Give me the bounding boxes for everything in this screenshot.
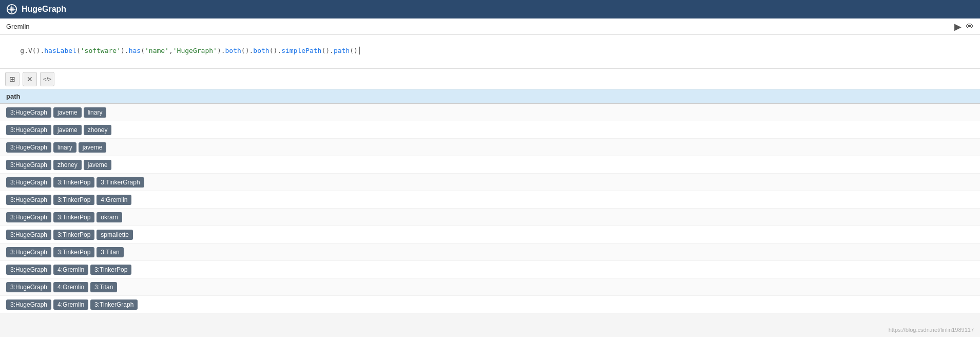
- table-row: 3:HugeGraphzhoneyjaveme: [0, 156, 980, 174]
- list-item: javeme: [84, 160, 112, 170]
- list-item: 3:HugeGraph: [6, 282, 51, 292]
- list-item: 3:TinkerPop: [53, 230, 94, 240]
- app-header: HugeGraph: [0, 0, 980, 18]
- gremlin-bar: Gremlin ▶ 👁: [0, 18, 980, 35]
- list-item: 3:HugeGraph: [6, 299, 51, 310]
- toolbar: ⊞ ✕ </>: [0, 69, 980, 89]
- list-item: 3:HugeGraph: [6, 247, 51, 257]
- list-item: 4:Gremlin: [53, 299, 88, 310]
- list-item: 3:HugeGraph: [6, 265, 51, 275]
- results-panel: path 3:HugeGraphjavemelinary3:HugeGraphj…: [0, 89, 980, 313]
- query-area: g.V().hasLabel('software').has('name','H…: [0, 35, 980, 69]
- table-row: 3:HugeGraph3:TinkerPop3:Titan: [0, 244, 980, 261]
- list-item: 3:TinkerPop: [53, 247, 94, 257]
- table-row: 3:HugeGraph4:Gremlin3:TinkerPop: [0, 261, 980, 278]
- list-item: zhoney: [53, 160, 82, 170]
- result-header: path: [0, 89, 980, 104]
- list-item: linary: [53, 142, 76, 153]
- table-row: 3:HugeGraphlinaryjaveme: [0, 139, 980, 156]
- query-input-display[interactable]: g.V().hasLabel('software').has('name','H…: [4, 37, 976, 64]
- list-item: 3:TinkerPop: [53, 177, 94, 188]
- table-row: 3:HugeGraph3:TinkerPopokram: [0, 209, 980, 226]
- gremlin-label: Gremlin: [6, 23, 30, 30]
- table-row: 3:HugeGraph3:TinkerPop4:Gremlin: [0, 191, 980, 209]
- table-row: 3:HugeGraphjavemelinary: [0, 104, 980, 121]
- table-row: 3:HugeGraph3:TinkerPop3:TinkerGraph: [0, 174, 980, 191]
- list-item: 3:TinkerGraph: [97, 177, 144, 188]
- list-item: javeme: [53, 125, 82, 135]
- table-row: 3:HugeGraphjavemezhoney: [0, 121, 980, 139]
- table-view-button[interactable]: ⊞: [5, 72, 20, 86]
- list-item: 3:TinkerGraph: [90, 299, 138, 310]
- list-item: 3:TinkerPop: [53, 195, 94, 205]
- list-item: 3:HugeGraph: [6, 142, 51, 153]
- list-item: 3:Titan: [97, 247, 123, 257]
- table-row: 3:HugeGraph4:Gremlin3:TinkerGraph: [0, 296, 980, 313]
- list-item: 3:TinkerPop: [90, 265, 131, 275]
- list-item: 4:Gremlin: [53, 265, 88, 275]
- list-item: spmallette: [97, 230, 133, 240]
- list-item: javeme: [79, 142, 107, 153]
- bar-actions: ▶ 👁: [954, 21, 974, 32]
- list-item: 4:Gremlin: [97, 195, 131, 205]
- list-item: zhoney: [84, 125, 112, 135]
- list-item: 3:HugeGraph: [6, 107, 51, 118]
- eye-button[interactable]: 👁: [966, 22, 974, 31]
- list-item: 3:HugeGraph: [6, 212, 51, 222]
- list-item: 4:Gremlin: [53, 282, 88, 292]
- list-item: 3:HugeGraph: [6, 125, 51, 135]
- hugegraph-logo-icon: [6, 4, 17, 15]
- list-item: 3:HugeGraph: [6, 230, 51, 240]
- code-view-button[interactable]: </>: [40, 72, 54, 86]
- list-item: 3:HugeGraph: [6, 177, 51, 188]
- list-item: 3:HugeGraph: [6, 195, 51, 205]
- graph-view-button[interactable]: ✕: [23, 72, 37, 86]
- table-row: 3:HugeGraph4:Gremlin3:Titan: [0, 278, 980, 296]
- list-item: 3:Titan: [90, 282, 117, 292]
- list-item: linary: [84, 107, 107, 118]
- run-button[interactable]: ▶: [954, 21, 962, 32]
- table-row: 3:HugeGraph3:TinkerPopspmallette: [0, 226, 980, 244]
- list-item: javeme: [53, 107, 82, 118]
- list-item: okram: [97, 212, 122, 222]
- list-item: 3:HugeGraph: [6, 160, 51, 170]
- app-title: HugeGraph: [22, 5, 66, 14]
- list-item: 3:TinkerPop: [53, 212, 94, 222]
